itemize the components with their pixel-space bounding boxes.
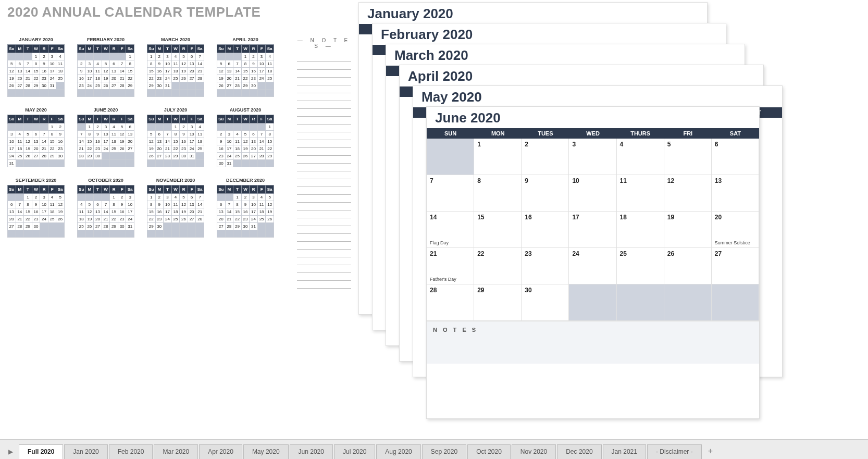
calendar-cell[interactable]: 24 bbox=[569, 248, 616, 284]
mini-day-cell: 23 bbox=[56, 145, 65, 153]
sheet-tab[interactable]: Feb 2020 bbox=[109, 444, 153, 459]
sheet-tab[interactable]: Aug 2020 bbox=[376, 444, 420, 459]
mini-day-cell: 22 bbox=[32, 75, 40, 82]
calendar-cell[interactable]: 21Father's Day bbox=[427, 248, 474, 284]
calendar-cell[interactable]: 20Summer Solstice bbox=[712, 212, 759, 248]
sheet-tab[interactable]: Mar 2020 bbox=[154, 444, 198, 459]
calendar-cell[interactable]: 4 bbox=[617, 139, 664, 175]
sheet-tab[interactable]: Jan 2021 bbox=[603, 444, 646, 459]
note-line bbox=[297, 78, 351, 85]
mini-day-cell: 16 bbox=[180, 138, 188, 145]
mini-day-head: R bbox=[40, 115, 48, 123]
calendar-cell[interactable]: 28 bbox=[427, 284, 474, 321]
mini-day-cell: 6 bbox=[188, 53, 196, 60]
mini-day-cell: 16 bbox=[250, 68, 258, 75]
mini-day-cell: 17 bbox=[85, 75, 94, 82]
mini-day-cell: 25 bbox=[171, 75, 180, 82]
calendar-cell[interactable]: 8 bbox=[474, 175, 522, 212]
calendar-cell[interactable]: 23 bbox=[522, 248, 569, 284]
mini-day-cell bbox=[102, 230, 110, 238]
calendar-cell[interactable]: 15 bbox=[474, 212, 522, 248]
tab-nav-prev[interactable]: ▶ bbox=[2, 444, 19, 459]
mini-day-cell: 2 bbox=[32, 194, 40, 201]
mini-day-head: R bbox=[250, 115, 258, 123]
mini-day-head: M bbox=[225, 45, 233, 53]
calendar-cell[interactable]: 18 bbox=[617, 212, 664, 248]
calendar-cell[interactable] bbox=[569, 284, 616, 321]
mini-day-cell: 30 bbox=[118, 223, 126, 230]
mini-day-cell: 26 bbox=[266, 216, 274, 223]
calendar-cell[interactable]: 12 bbox=[664, 175, 712, 212]
mini-month: AUGUST 2020SuMTWRFSa12345678910111213141… bbox=[217, 107, 274, 167]
sheet-tab[interactable]: Jun 2020 bbox=[290, 444, 333, 459]
mini-day-cell: 26 bbox=[180, 75, 188, 82]
mini-day-cell bbox=[217, 230, 226, 238]
mini-day-cell: 12 bbox=[102, 68, 110, 75]
add-sheet-button[interactable]: + bbox=[703, 444, 718, 459]
calendar-cell[interactable]: 6 bbox=[712, 139, 759, 175]
calendar-cell[interactable]: 9 bbox=[522, 175, 569, 212]
calendar-cell[interactable]: 14Flag Day bbox=[427, 212, 474, 248]
calendar-cell[interactable]: 22 bbox=[474, 248, 522, 284]
mini-day-cell: 6 bbox=[188, 194, 196, 201]
calendar-cell[interactable]: 16 bbox=[522, 212, 569, 248]
month-notes-bar[interactable]: N O T E S bbox=[427, 321, 759, 364]
mini-day-cell: 20 bbox=[155, 145, 164, 153]
calendar-cell[interactable]: 17 bbox=[569, 212, 616, 248]
sheet-tab[interactable]: May 2020 bbox=[243, 444, 289, 459]
sheet-tab[interactable]: Jan 2020 bbox=[64, 444, 107, 459]
mini-day-head: Su bbox=[8, 45, 16, 53]
mini-day-head: F bbox=[188, 45, 196, 53]
mini-day-head: Sa bbox=[266, 45, 274, 53]
calendar-cell[interactable]: 5 bbox=[664, 139, 712, 175]
mini-day-cell: 4 bbox=[78, 201, 86, 208]
calendar-cell[interactable]: 27 bbox=[712, 248, 759, 284]
mini-day-cell bbox=[32, 230, 40, 238]
calendar-cell[interactable]: 7 bbox=[427, 175, 474, 212]
calendar-cell[interactable]: 3 bbox=[569, 139, 616, 175]
calendar-cell[interactable]: 11 bbox=[617, 175, 664, 212]
mini-day-cell: 2 bbox=[94, 123, 102, 131]
calendar-cell[interactable]: 19 bbox=[664, 212, 712, 248]
calendar-cell[interactable] bbox=[712, 284, 759, 321]
mini-day-head: F bbox=[257, 185, 266, 194]
mini-day-head: Su bbox=[78, 45, 86, 53]
calendar-cell[interactable]: 26 bbox=[664, 248, 712, 284]
calendar-cell[interactable]: 13 bbox=[712, 175, 759, 212]
mini-month-table: SuMTWRFSa1234567891011121314151617181920… bbox=[77, 44, 134, 97]
calendar-cell[interactable]: 2 bbox=[522, 139, 569, 175]
mini-day-head: F bbox=[48, 115, 56, 123]
mini-day-cell bbox=[233, 230, 242, 238]
annual-month-grid: JANUARY 2020SuMTWRFSa1234567891011121314… bbox=[7, 37, 278, 238]
mini-day-cell bbox=[102, 194, 110, 201]
mini-day-cell: 4 bbox=[257, 194, 266, 201]
calendar-cell[interactable]: 1 bbox=[474, 139, 522, 175]
mini-day-cell: 1 bbox=[48, 123, 56, 131]
sheet-tab[interactable]: Nov 2020 bbox=[512, 444, 556, 459]
mini-day-cell bbox=[94, 53, 102, 60]
sheet-tab[interactable]: Sep 2020 bbox=[422, 444, 466, 459]
mini-day-head: T bbox=[233, 115, 242, 123]
mini-day-cell bbox=[32, 90, 40, 97]
mini-day-cell bbox=[85, 53, 94, 60]
calendar-cell[interactable] bbox=[664, 284, 712, 321]
sheet-tab[interactable]: Dec 2020 bbox=[557, 444, 601, 459]
calendar-cell[interactable]: 10 bbox=[569, 175, 616, 212]
sheet-tab[interactable]: - Disclaimer - bbox=[647, 444, 702, 459]
sheet-tab[interactable]: Oct 2020 bbox=[467, 444, 511, 459]
mini-day-head: W bbox=[241, 185, 250, 194]
calendar-cell[interactable]: 25 bbox=[617, 248, 664, 284]
mini-day-cell: 20 bbox=[8, 216, 16, 223]
calendar-cell[interactable] bbox=[427, 139, 474, 175]
calendar-cell[interactable]: 30 bbox=[522, 284, 569, 321]
mini-day-cell: 1 bbox=[171, 123, 180, 131]
dayhead-cell: THURS bbox=[617, 128, 664, 139]
mini-month-title: MAY 2020 bbox=[7, 107, 65, 113]
mini-day-cell: 2 bbox=[241, 194, 250, 201]
calendar-cell[interactable]: 29 bbox=[474, 284, 522, 321]
mini-day-cell bbox=[102, 153, 110, 160]
sheet-tab[interactable]: Full 2020 bbox=[19, 444, 63, 459]
sheet-tab[interactable]: Jul 2020 bbox=[334, 444, 375, 459]
calendar-cell[interactable] bbox=[617, 284, 664, 321]
sheet-tab[interactable]: Apr 2020 bbox=[199, 444, 242, 459]
